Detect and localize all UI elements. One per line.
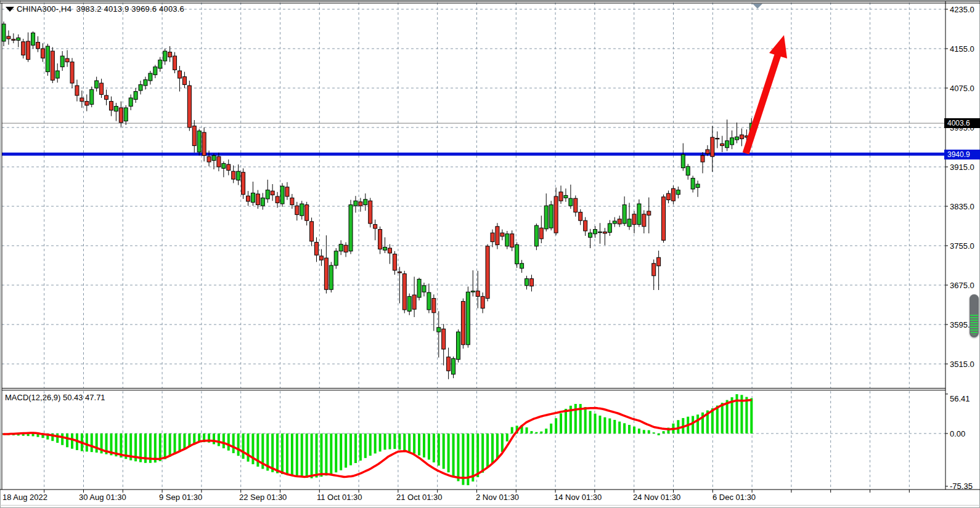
svg-text:3675.0: 3675.0 [950, 281, 974, 290]
macd-histogram [2, 394, 753, 485]
svg-text:24 Nov 01:30: 24 Nov 01:30 [633, 493, 680, 502]
svg-text:21 Oct 01:30: 21 Oct 01:30 [396, 493, 442, 502]
svg-text:14 Nov 01:30: 14 Nov 01:30 [554, 493, 602, 502]
scroll-widget-stripes-icon [970, 315, 978, 335]
svg-text:0.00: 0.00 [950, 429, 965, 438]
svg-text:11 Oct 01:30: 11 Oct 01:30 [317, 493, 362, 502]
svg-text:4075.0: 4075.0 [950, 84, 974, 93]
svg-text:22 Sep 01:30: 22 Sep 01:30 [239, 493, 287, 502]
current-price-tag: 4003.6 [944, 118, 980, 128]
hline-price-tag: 3940.9 [944, 150, 980, 159]
svg-text:2 Nov 01:30: 2 Nov 01:30 [476, 493, 519, 502]
macd-indicator-label: MACD(12,26,9) 50.43 47.71 [5, 393, 105, 402]
chart-title-ohlc: CHINA300-,H4 3983.2 4013.9 3969.6 4003.6 [17, 4, 184, 14]
overlay-scroll-widget[interactable] [970, 294, 979, 337]
svg-text:18 Aug 2022: 18 Aug 2022 [2, 493, 47, 502]
svg-text:4235.0: 4235.0 [950, 5, 974, 14]
time-axis-labels[interactable]: 18 Aug 202230 Aug 01:309 Sep 01:3022 Sep… [2, 493, 756, 502]
symbol-dropdown-icon[interactable] [6, 7, 14, 12]
chart-canvas[interactable]: 4235.04155.04075.03995.03915.03835.03755… [0, 0, 980, 508]
svg-text:3755.0: 3755.0 [950, 241, 974, 251]
svg-text:56.41: 56.41 [950, 394, 970, 403]
time-marker-icon [753, 4, 762, 9]
svg-text:9 Sep 01:30: 9 Sep 01:30 [159, 493, 202, 502]
svg-text:-75.35: -75.35 [950, 482, 973, 491]
support-hline-blue[interactable] [2, 153, 945, 156]
macd-axis-labels[interactable]: 56.410.00-75.35 [945, 394, 973, 491]
svg-text:4155.0: 4155.0 [950, 44, 974, 54]
svg-text:30 Aug 01:30: 30 Aug 01:30 [79, 493, 126, 502]
svg-text:6 Dec 01:30: 6 Dec 01:30 [713, 493, 756, 502]
svg-text:3515.0: 3515.0 [950, 360, 974, 369]
mt4-chart-window: 4235.04155.04075.03995.03915.03835.03755… [0, 0, 980, 508]
candles [2, 22, 753, 379]
svg-text:3835.0: 3835.0 [950, 202, 974, 211]
svg-text:3915.0: 3915.0 [950, 163, 974, 172]
